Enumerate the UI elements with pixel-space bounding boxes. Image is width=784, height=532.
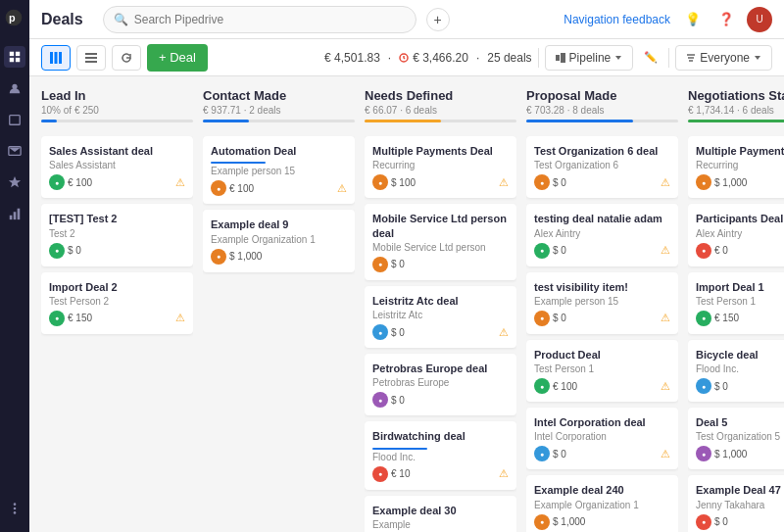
column-meta: € 66.07 · 6 deals xyxy=(365,105,516,116)
card-avatar: ● xyxy=(372,392,388,408)
card-title: Multiple Payments Deal 2 xyxy=(696,144,784,158)
card-footer: ●€ 0 xyxy=(696,243,784,259)
card-avatar: ● xyxy=(696,514,711,530)
user-avatar[interactable]: U xyxy=(747,7,772,32)
column-meta: € 703.28 · 8 deals xyxy=(526,105,678,116)
card-footer: ●$ 0⚠ xyxy=(534,446,670,461)
card-footer: ●$ 0 xyxy=(372,257,509,272)
deal-card[interactable]: Test Organization 6 dealTest Organizatio… xyxy=(526,136,678,198)
toolbar-stats: € 4,501.83 · € 3,466.20 · 25 deals xyxy=(324,51,532,65)
search-input[interactable] xyxy=(134,13,406,26)
deal-card[interactable]: Automation DealExample person 15●€ 100⚠ xyxy=(203,136,355,204)
deal-card[interactable]: Bicycle dealFlood Inc.●$ 0⚠ xyxy=(688,340,784,402)
card-amount: ●$ 1,000 xyxy=(534,514,585,530)
bulb-icon[interactable]: 💡 xyxy=(680,7,706,32)
svg-point-13 xyxy=(14,508,17,510)
sidebar-item-more[interactable] xyxy=(4,498,25,519)
warning-icon: ⚠ xyxy=(661,448,670,460)
sidebar-item-activities[interactable] xyxy=(4,109,25,130)
card-title: Test Organization 6 deal xyxy=(534,144,670,158)
deal-card[interactable]: Deal 5Test Organization 5●$ 1,000 xyxy=(688,408,784,469)
deal-card[interactable]: Multiple Payments Deal 2Recurring●$ 1,00… xyxy=(688,136,784,198)
card-avatar: ● xyxy=(696,243,711,259)
card-footer: ●€ 100⚠ xyxy=(211,180,347,196)
card-amount-value: $ 1,000 xyxy=(714,449,747,459)
card-subtitle: Recurring xyxy=(372,160,509,170)
deal-card[interactable]: Product DealTest Person 1●€ 100⚠ xyxy=(526,340,678,402)
deal-card[interactable]: Intel Corporation dealIntel Corporation●… xyxy=(526,408,678,469)
deal-card[interactable]: testing deal natalie adamAlex Aintry●$ 0… xyxy=(526,204,678,266)
card-amount-value: € 100 xyxy=(68,177,92,188)
list-view-btn[interactable] xyxy=(76,45,106,71)
card-title: testing deal natalie adam xyxy=(534,212,670,225)
card-footer: ●$ 100⚠ xyxy=(372,174,509,190)
add-button[interactable]: + xyxy=(426,8,450,31)
deal-card[interactable]: Petrobras Europe dealPetrobras Europe●$ … xyxy=(365,354,516,415)
svg-text:p: p xyxy=(9,12,16,24)
refresh-btn[interactable] xyxy=(112,45,141,71)
card-subtitle: Mobile Service Ltd person xyxy=(372,242,509,253)
card-title: Multiple Payments Deal xyxy=(372,144,509,158)
card-subtitle: Test Person 1 xyxy=(696,296,784,307)
column-header-needs-defined: Needs Defined€ 66.07 · 6 deals xyxy=(365,88,516,128)
deal-card[interactable]: test visibility item!Example person 15●$… xyxy=(526,272,678,334)
progress-fill xyxy=(203,120,249,122)
card-subtitle: Example Organization 1 xyxy=(211,234,347,245)
card-amount-value: $ 0 xyxy=(714,381,728,392)
deal-card[interactable]: Leistritz Atc dealLeistritz Atc●$ 0⚠ xyxy=(365,286,516,348)
svg-rect-22 xyxy=(556,55,560,61)
column-needs-defined: Needs Defined€ 66.07 · 6 dealsMultiple P… xyxy=(365,88,516,532)
card-amount-value: € 100 xyxy=(229,183,254,194)
pipeline-selector[interactable]: Pipeline xyxy=(545,45,634,71)
kanban-view-btn[interactable] xyxy=(41,45,71,71)
progress-fill xyxy=(688,120,784,122)
sidebar-item-leads[interactable] xyxy=(4,171,25,193)
card-avatar: ● xyxy=(49,243,65,259)
pipedrive-logo[interactable]: p xyxy=(4,8,25,29)
deal-card[interactable]: [TEST] Test 2Test 2●$ 0 xyxy=(41,204,193,266)
column-title: Proposal Made xyxy=(526,88,678,103)
deal-card[interactable]: Import Deal 2Test Person 2●€ 150⚠ xyxy=(41,272,193,334)
card-amount-value: $ 100 xyxy=(391,177,416,188)
deal-card[interactable]: Example Deal 47Jenny Takahara●$ 0⚠ xyxy=(688,475,784,532)
card-amount: ●€ 0 xyxy=(696,243,728,259)
deal-card[interactable]: Multiple Payments DealRecurring●$ 100⚠ xyxy=(365,136,516,198)
sidebar-item-contacts[interactable] xyxy=(4,77,25,99)
deal-card[interactable]: Birdwatching dealFlood Inc.●€ 10⚠ xyxy=(365,421,516,489)
nav-feedback-link[interactable]: Navigation feedback xyxy=(564,13,670,26)
deal-card[interactable]: Example deal 30Example●€ 40⚠ xyxy=(365,496,516,532)
search-bar[interactable]: 🔍 xyxy=(103,6,416,33)
card-title: Example deal 30 xyxy=(372,504,509,517)
svg-rect-3 xyxy=(16,52,20,56)
card-subtitle: Petrobras Europe xyxy=(372,377,509,388)
card-avatar: ● xyxy=(49,311,65,326)
sidebar-item-deals[interactable] xyxy=(4,46,25,68)
card-amount: ●$ 100 xyxy=(372,174,416,190)
add-deal-button[interactable]: + Deal xyxy=(147,44,208,72)
deal-card[interactable]: Mobile Service Ltd person dealMobile Ser… xyxy=(365,204,516,280)
sidebar-item-mail[interactable] xyxy=(4,140,25,162)
divider2 xyxy=(668,48,669,68)
card-amount: ●€ 150 xyxy=(696,311,739,326)
column-progress xyxy=(365,120,516,122)
deal-card[interactable]: Example deal 240Example Organization 1●$… xyxy=(526,475,678,532)
column-progress xyxy=(526,120,678,122)
card-amount-value: € 150 xyxy=(68,313,92,323)
svg-point-14 xyxy=(14,511,17,514)
card-avatar: ● xyxy=(534,174,550,190)
page-title: Deals xyxy=(41,11,83,28)
warning-icon: ⚠ xyxy=(499,467,509,480)
column-title: Negotiations Started xyxy=(688,88,784,103)
edit-pipeline-icon[interactable]: ✏️ xyxy=(639,46,662,70)
deal-card[interactable]: Import Deal 1Test Person 1●€ 150⚠ xyxy=(688,272,784,334)
warning-icon: ⚠ xyxy=(499,326,509,339)
deal-card[interactable]: Participants DealAlex Aintry●€ 0 xyxy=(688,204,784,266)
help-icon[interactable]: ❓ xyxy=(713,7,739,32)
sidebar-item-reports[interactable] xyxy=(4,203,25,224)
card-amount: ●$ 1,000 xyxy=(696,446,747,461)
everyone-filter[interactable]: Everyone xyxy=(675,45,772,71)
card-avatar: ● xyxy=(534,378,550,394)
deal-card[interactable]: Sales Assistant dealSales Assistant●€ 10… xyxy=(41,136,193,198)
deal-card[interactable]: Example deal 9Example Organization 1●$ 1… xyxy=(203,210,355,271)
card-subtitle: Jenny Takahara xyxy=(696,500,784,510)
